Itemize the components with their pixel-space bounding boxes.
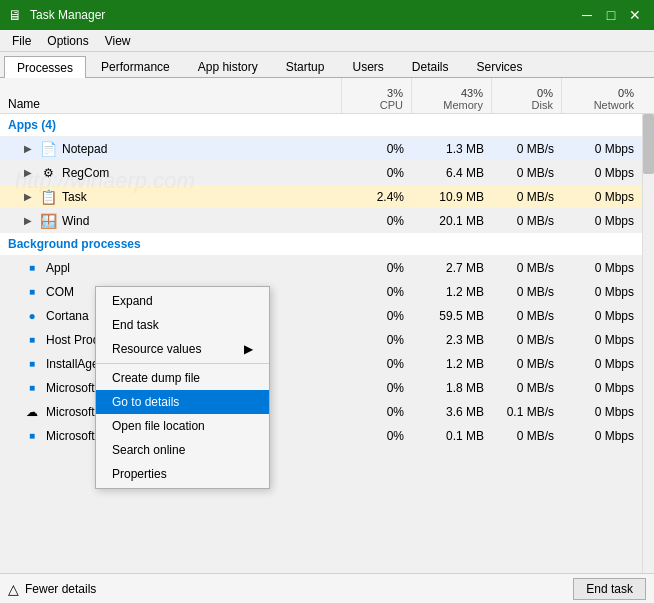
row-icon: ■ [24,380,40,396]
main-content: Name 3% CPU 43% Memory 0% Disk 0% Networ… [0,78,654,603]
column-headers: Name 3% CPU 43% Memory 0% Disk 0% Networ… [0,78,654,114]
tab-performance[interactable]: Performance [88,55,183,77]
row-icon: ● [24,308,40,324]
menu-options[interactable]: Options [39,32,96,50]
table-row[interactable]: ■ Appl 0% 2.7 MB 0 MB/s 0 Mbps [0,256,642,280]
tab-startup[interactable]: Startup [273,55,338,77]
context-item-properties[interactable]: Properties [96,462,269,486]
fewer-details-icon: △ [8,581,19,597]
col-disk[interactable]: 0% Disk [492,78,562,113]
title-bar-buttons: ─ □ ✕ [576,4,646,26]
expand-arrow: ▶ [24,167,32,178]
menu-view[interactable]: View [97,32,139,50]
col-memory[interactable]: 43% Memory [412,78,492,113]
status-bar: △ Fewer details End task [0,573,654,603]
row-icon: 📋 [40,189,56,205]
context-item-open-file-location[interactable]: Open file location [96,414,269,438]
context-item-resource-values[interactable]: Resource values ▶ [96,337,269,361]
row-icon: 🪟 [40,213,56,229]
context-menu: Expand End task Resource values ▶ Create… [95,286,270,489]
context-separator [96,363,269,364]
tab-users[interactable]: Users [339,55,396,77]
fewer-details[interactable]: △ Fewer details [8,581,96,597]
row-icon: ■ [24,260,40,276]
table-row[interactable]: ▶ 📋 Task 2.4% 10.9 MB 0 MB/s 0 Mbps [0,185,642,209]
context-item-end-task[interactable]: End task [96,313,269,337]
row-icon: ⚙ [40,165,56,181]
row-icon: ■ [24,428,40,444]
expand-arrow: ▶ [24,143,32,154]
row-icon: ■ [24,332,40,348]
row-icon: 📄 [40,141,56,157]
section-apps: Apps (4) [0,114,642,137]
end-task-button[interactable]: End task [573,578,646,600]
col-network[interactable]: 0% Network [562,78,642,113]
menu-bar: File Options View [0,30,654,52]
title-icon: 🖥 [8,7,22,23]
context-item-go-to-details[interactable]: Go to details [96,390,269,414]
row-icon: ■ [24,356,40,372]
col-cpu[interactable]: 3% CPU [342,78,412,113]
submenu-arrow: ▶ [244,342,253,356]
minimize-button[interactable]: ─ [576,4,598,26]
tab-services[interactable]: Services [464,55,536,77]
maximize-button[interactable]: □ [600,4,622,26]
rows-area: Apps (4) ▶ 📄 Notepad 0% 1.3 MB 0 MB/s 0 … [0,114,654,573]
expand-arrow: ▶ [24,215,32,226]
close-button[interactable]: ✕ [624,4,646,26]
tab-bar: Processes Performance App history Startu… [0,52,654,78]
title-text: Task Manager [30,8,568,22]
row-icon: ■ [24,284,40,300]
context-item-search-online[interactable]: Search online [96,438,269,462]
context-item-create-dump[interactable]: Create dump file [96,366,269,390]
table-row[interactable]: ▶ 📄 Notepad 0% 1.3 MB 0 MB/s 0 Mbps [0,137,642,161]
tab-processes[interactable]: Processes [4,56,86,78]
table-row[interactable]: ▶ 🪟 Wind 0% 20.1 MB 0 MB/s 0 Mbps [0,209,642,233]
table-row[interactable]: ▶ ⚙ RegCom 0% 6.4 MB 0 MB/s 0 Mbps [0,161,642,185]
scrollbar[interactable] [642,114,654,573]
row-icon: ☁ [24,404,40,420]
menu-file[interactable]: File [4,32,39,50]
context-item-expand[interactable]: Expand [96,289,269,313]
tab-details[interactable]: Details [399,55,462,77]
scrollbar-thumb[interactable] [643,114,654,174]
title-bar: 🖥 Task Manager ─ □ ✕ [0,0,654,30]
expand-arrow: ▶ [24,191,32,202]
section-background: Background processes [0,233,642,256]
col-name[interactable]: Name [0,78,342,113]
fewer-details-label: Fewer details [25,582,96,596]
tab-app-history[interactable]: App history [185,55,271,77]
